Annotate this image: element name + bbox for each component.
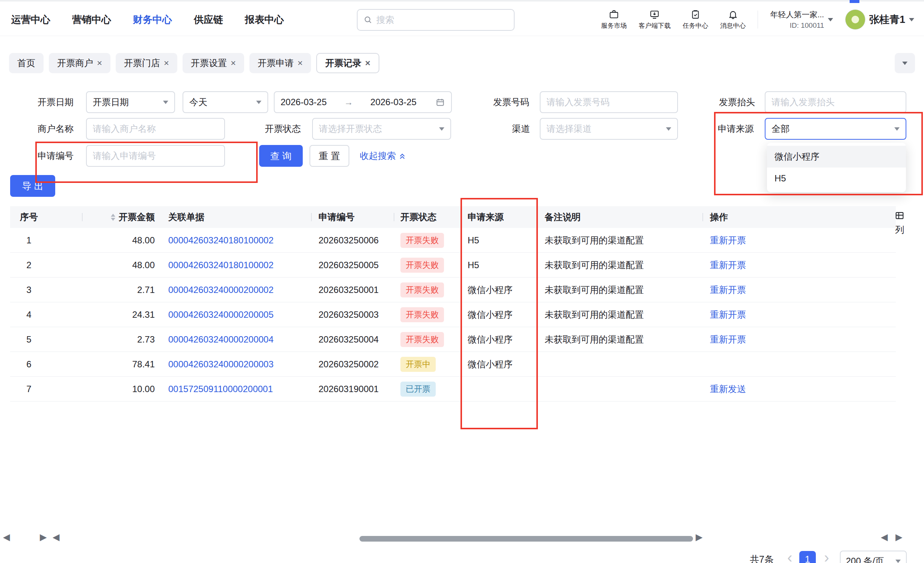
chevron-down-icon <box>895 560 901 563</box>
message-center-button[interactable]: 消息中心 <box>720 9 746 30</box>
invoice-no-label: 发票号码 <box>493 91 529 113</box>
row-action-link[interactable]: 重新开票 <box>710 284 746 296</box>
invoice-status-label: 开票状态 <box>265 118 301 140</box>
related-doc-link[interactable]: 000042603240180100002 <box>168 260 273 270</box>
download-icon <box>649 9 660 20</box>
date-range-picker[interactable]: 2026-03-25 → 2026-03-25 <box>274 91 452 113</box>
message-center-label: 消息中心 <box>720 21 746 30</box>
option-h5[interactable]: H5 <box>767 168 906 189</box>
client-download-button[interactable]: 客户端下载 <box>639 9 670 30</box>
scroll-right-icon[interactable]: ▶ <box>40 532 47 542</box>
global-search[interactable] <box>357 9 515 31</box>
table-row: 5 2.73 000042603240000200004 20260325000… <box>10 327 896 352</box>
nav-supply-chain[interactable]: 供应链 <box>194 13 223 26</box>
apply-source-select[interactable]: 全部 <box>765 118 906 140</box>
remark-cell: 未获取到可用的渠道配置 <box>538 228 703 252</box>
task-center-button[interactable]: 任务中心 <box>682 9 708 30</box>
apply-no-cell: 202603250002 <box>312 352 394 376</box>
tab-invoice-store[interactable]: 开票门店× <box>116 53 177 73</box>
store-switcher[interactable]: 年轻人第一家... ID: 100011 <box>770 9 833 30</box>
search-button[interactable]: 查 询 <box>259 145 303 167</box>
row-action-link[interactable]: 重新发送 <box>710 383 746 395</box>
date-quick-select[interactable]: 今天 <box>183 91 268 113</box>
tab-invoice-records[interactable]: 开票记录× <box>316 53 379 73</box>
scroll-left-icon[interactable]: ◀ <box>53 532 59 542</box>
related-doc-link[interactable]: 000042603240000200003 <box>168 359 273 370</box>
horizontal-scrollbar-thumb[interactable] <box>359 536 693 542</box>
date-quick-value: 今天 <box>189 96 207 108</box>
date-type-select[interactable]: 开票日期 <box>86 91 175 113</box>
user-menu[interactable]: 张桂青1 <box>845 9 914 30</box>
pagination-total: 共7条 <box>750 553 774 563</box>
task-center-label: 任务中心 <box>682 21 708 30</box>
nav-reports[interactable]: 报表中心 <box>245 13 284 26</box>
table-row: 6 78.41 000042603240000200003 2026032500… <box>10 352 896 377</box>
page-size-select[interactable]: 200 条/页 <box>840 551 907 563</box>
invoice-status-placeholder: 请选择开票状态 <box>319 123 382 135</box>
close-icon[interactable]: × <box>297 59 303 68</box>
export-button[interactable]: 导 出 <box>10 175 55 197</box>
scroll-right-icon[interactable]: ▶ <box>895 532 902 542</box>
service-market-button[interactable]: 服务市场 <box>601 9 627 30</box>
col-related-doc: 关联单据 <box>162 206 312 228</box>
apply-no-input[interactable] <box>86 145 225 167</box>
scroll-right-icon[interactable]: ▶ <box>696 532 702 542</box>
collapse-search-link[interactable]: 收起搜索 <box>360 145 406 167</box>
pagination-prev-icon[interactable]: ‹ <box>787 549 792 563</box>
invoice-status-select[interactable]: 请选择开票状态 <box>312 118 451 140</box>
tab-invoice-settings[interactable]: 开票设置× <box>183 53 244 73</box>
tab-home[interactable]: 首页 <box>9 53 44 73</box>
tabs-overflow-button[interactable] <box>895 53 915 73</box>
related-doc-link[interactable]: 000042603240000200004 <box>168 334 273 345</box>
search-icon <box>364 15 373 25</box>
col-amount-label: 开票金额 <box>119 211 155 223</box>
related-doc-link[interactable]: 000042603240180100002 <box>168 235 273 246</box>
sort-icon[interactable] <box>111 214 115 221</box>
chevron-down-icon <box>902 62 907 68</box>
scroll-left-icon[interactable]: ◀ <box>3 532 10 542</box>
channel-placeholder: 请选择渠道 <box>547 123 592 135</box>
nav-operations[interactable]: 运营中心 <box>11 13 50 26</box>
status-badge: 开票失败 <box>400 233 444 248</box>
apply-no-cell: 202603250004 <box>312 327 394 352</box>
close-icon[interactable]: × <box>231 59 236 68</box>
close-icon[interactable]: × <box>97 59 102 68</box>
channel-select[interactable]: 请选择渠道 <box>540 118 678 140</box>
remark-cell: 未获取到可用的渠道配置 <box>538 278 703 302</box>
nav-marketing[interactable]: 营销中心 <box>72 13 111 26</box>
pagination-page-1[interactable]: 1 <box>799 551 816 563</box>
close-icon[interactable]: × <box>164 59 169 68</box>
pagination-next-icon[interactable]: › <box>824 549 829 563</box>
table-row: 4 24.31 000042603240000200005 2026032500… <box>10 302 896 327</box>
status-badge: 已开票 <box>400 382 436 397</box>
column-settings-button[interactable]: 列 <box>891 210 908 236</box>
apply-source-value: 全部 <box>772 123 790 135</box>
tab-invoice-merchant[interactable]: 开票商户× <box>49 53 110 73</box>
nav-finance[interactable]: 财务中心 <box>133 13 172 26</box>
invoice-title-input[interactable] <box>765 91 906 113</box>
scroll-left-icon[interactable]: ◀ <box>881 532 888 542</box>
row-action-link[interactable]: 重新开票 <box>710 234 746 246</box>
row-action-link[interactable]: 重新开票 <box>710 309 746 321</box>
related-doc-link[interactable]: 000042603240000200005 <box>168 309 273 320</box>
row-spacer <box>48 377 83 401</box>
row-index: 3 <box>10 278 48 302</box>
row-spacer <box>48 302 83 327</box>
related-doc-link[interactable]: 001572509110000200001 <box>168 384 273 394</box>
column-settings-label: 列 <box>895 224 904 236</box>
tab-invoice-apply[interactable]: 开票申请× <box>249 53 311 73</box>
row-action-link[interactable]: 重新开票 <box>710 259 746 271</box>
option-wechat-miniprogram[interactable]: 微信小程序 <box>767 146 906 168</box>
row-action-link[interactable]: 重新开票 <box>710 334 746 346</box>
status-badge: 开票失败 <box>400 332 444 347</box>
page-size-value: 200 条/页 <box>846 555 884 563</box>
search-input[interactable] <box>376 15 508 25</box>
row-spacer <box>48 253 83 277</box>
merchant-input[interactable] <box>86 118 225 140</box>
related-doc-link[interactable]: 000042603240000200002 <box>168 285 273 295</box>
invoice-date-label: 开票日期 <box>38 91 74 113</box>
close-icon[interactable]: × <box>365 59 370 68</box>
reset-button[interactable]: 重 置 <box>310 145 349 167</box>
invoice-no-input[interactable] <box>540 91 678 113</box>
channel-label: 渠道 <box>512 118 530 140</box>
